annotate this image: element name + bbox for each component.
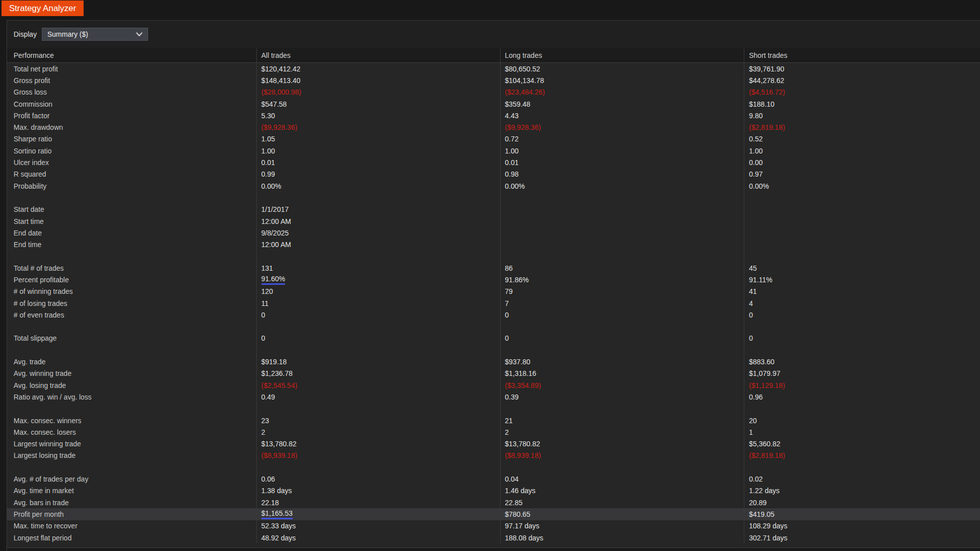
column-header-performance[interactable]: Performance <box>7 48 256 62</box>
all-trades-value: $1,236.78 <box>256 368 500 379</box>
table-row[interactable]: Start date 1/1/2017 <box>7 204 980 215</box>
table-row[interactable]: Avg. trade $919.18 $937.80 $883.60 <box>7 356 980 367</box>
table-row[interactable]: Start time 12:00 AM <box>7 215 980 227</box>
table-spacer-row <box>7 192 980 203</box>
all-trades-value: 120 <box>256 286 500 297</box>
long-trades-value: 188.08 days <box>500 532 744 543</box>
table-row[interactable]: Total net profit $120,412.42 $80,650.52 … <box>7 63 980 74</box>
table-row[interactable]: R squared 0.99 0.98 0.97 <box>7 169 980 180</box>
table-row[interactable]: # of even trades 0 0 0 <box>7 309 980 321</box>
metric-label: Max. consec. winners <box>7 415 256 426</box>
short-trades-value: 0.00% <box>744 180 980 192</box>
table-spacer-row <box>7 461 980 473</box>
long-trades-value <box>500 461 744 473</box>
short-trades-value: 0.97 <box>744 169 980 180</box>
short-trades-value: $883.60 <box>744 356 980 367</box>
long-trades-value: ($9,928.36) <box>500 121 744 133</box>
all-trades-value: 1.00 <box>256 145 500 156</box>
all-trades-value: 0.06 <box>256 473 500 485</box>
all-trades-value: $13,780.82 <box>256 438 500 450</box>
table-row[interactable]: Avg. bars in trade 22.18 22.85 20.89 <box>7 497 980 508</box>
metric-label <box>7 344 256 356</box>
table-row[interactable]: Sortino ratio 1.00 1.00 1.00 <box>7 145 980 156</box>
table-row[interactable]: Ulcer index 0.01 0.01 0.00 <box>7 156 980 168</box>
table-row[interactable]: Longest flat period 48.92 days 188.08 da… <box>7 532 980 543</box>
metric-label: Avg. bars in trade <box>7 497 256 508</box>
all-trades-value <box>256 251 500 262</box>
table-row[interactable]: # of losing trades 11 7 4 <box>7 297 980 309</box>
table-row[interactable]: # of winning trades 120 79 41 <box>7 286 980 297</box>
long-trades-value: 0.72 <box>500 133 744 145</box>
long-trades-value: 91.86% <box>500 274 744 285</box>
table-row[interactable]: Max. drawdown ($9,928.36) ($9,928.36) ($… <box>7 121 980 133</box>
all-trades-value: ($9,928.36) <box>256 121 500 133</box>
tab-strategy-analyzer[interactable]: Strategy Analyzer <box>2 1 84 16</box>
table-row[interactable]: Max. consec. winners 23 21 20 <box>7 415 980 426</box>
table-row[interactable]: Profit per month $1,165.53 $780.65 $419.… <box>7 508 980 520</box>
table-row[interactable]: End time 12:00 AM <box>7 239 980 250</box>
table-row[interactable]: Total slippage 0 0 0 <box>7 333 980 344</box>
short-trades-value: 0.96 <box>744 391 980 403</box>
table-row[interactable]: Profit factor 5.30 4.43 9.80 <box>7 110 980 121</box>
metric-label: Largest losing trade <box>7 450 256 461</box>
short-trades-value: 0 <box>744 333 980 344</box>
table-row[interactable]: Ratio avg. win / avg. loss 0.49 0.39 0.9… <box>7 391 980 403</box>
short-trades-value <box>744 215 980 227</box>
table-row[interactable]: Avg. winning trade $1,236.78 $1,318.16 $… <box>7 368 980 379</box>
column-header-long-trades[interactable]: Long trades <box>500 48 744 62</box>
long-trades-value: $780.65 <box>500 508 744 520</box>
short-trades-value: $44,278.62 <box>744 74 980 86</box>
all-trades-value: $1,165.53 <box>256 508 500 520</box>
all-trades-value: ($8,939.18) <box>256 450 500 461</box>
short-trades-value: 0.00 <box>744 156 980 168</box>
tab-bar: Strategy Analyzer <box>0 0 980 20</box>
long-trades-value <box>500 344 744 356</box>
table-row[interactable]: Max. consec. losers 2 2 1 <box>7 426 980 438</box>
all-trades-value: $919.18 <box>256 356 500 367</box>
table-row[interactable]: Commission $547.58 $359.48 $188.10 <box>7 98 980 110</box>
table-body: Total net profit $120,412.42 $80,650.52 … <box>7 63 980 543</box>
table-row[interactable]: Avg. time in market 1.38 days 1.46 days … <box>7 485 980 497</box>
metric-label: Max. consec. losers <box>7 426 256 438</box>
table-row[interactable]: Gross loss ($28,000.98) ($23,484.26) ($4… <box>7 87 980 98</box>
column-header-short-trades[interactable]: Short trades <box>744 48 980 62</box>
metric-label: Percent profitable <box>7 274 256 285</box>
metric-label <box>7 321 256 333</box>
table-row[interactable]: Largest winning trade $13,780.82 $13,780… <box>7 438 980 450</box>
table-row[interactable]: Gross profit $148,413.40 $104,134.78 $44… <box>7 74 980 86</box>
table-spacer-row <box>7 403 980 415</box>
table-row[interactable]: Percent profitable 91.60% 91.86% 91.11% <box>7 274 980 285</box>
table-row[interactable]: Sharpe ratio 1.05 0.72 0.52 <box>7 133 980 145</box>
table-row[interactable]: Avg. # of trades per day 0.06 0.04 0.02 <box>7 473 980 485</box>
table-row[interactable]: Avg. losing trade ($2,545.54) ($3,354.89… <box>7 379 980 391</box>
short-trades-value: 91.11% <box>744 274 980 285</box>
metric-label: Total slippage <box>7 333 256 344</box>
metric-label: Gross profit <box>7 74 256 86</box>
long-trades-value: 0.00% <box>500 180 744 192</box>
metric-label: Commission <box>7 98 256 110</box>
all-trades-value: 1.38 days <box>256 485 500 497</box>
column-header-all-trades[interactable]: All trades <box>256 48 500 62</box>
all-trades-value: 0 <box>256 333 500 344</box>
short-trades-value <box>744 251 980 262</box>
table-spacer-row <box>7 344 980 356</box>
all-trades-value: ($28,000.98) <box>256 87 500 98</box>
all-trades-value: 12:00 AM <box>256 215 500 227</box>
all-trades-value <box>256 461 500 473</box>
metric-label: Total # of trades <box>7 262 256 274</box>
table-row[interactable]: Total # of trades 131 86 45 <box>7 262 980 274</box>
display-dropdown[interactable]: Summary ($) <box>42 28 148 41</box>
long-trades-value: 0 <box>500 309 744 321</box>
short-trades-value: 302.71 days <box>744 532 980 543</box>
all-trades-value: $148,413.40 <box>256 74 500 86</box>
long-trades-value: 1.46 days <box>500 485 744 497</box>
table-row[interactable]: Max. time to recover 52.33 days 97.17 da… <box>7 520 980 532</box>
long-trades-value <box>500 251 744 262</box>
table-row[interactable]: End date 9/8/2025 <box>7 227 980 239</box>
table-row[interactable]: Probability 0.00% 0.00% 0.00% <box>7 180 980 192</box>
long-trades-value: $80,650.52 <box>500 63 744 74</box>
table-row[interactable]: Largest losing trade ($8,939.18) ($8,939… <box>7 450 980 461</box>
metric-label: Avg. losing trade <box>7 379 256 391</box>
all-trades-value <box>256 403 500 415</box>
short-trades-value <box>744 239 980 250</box>
